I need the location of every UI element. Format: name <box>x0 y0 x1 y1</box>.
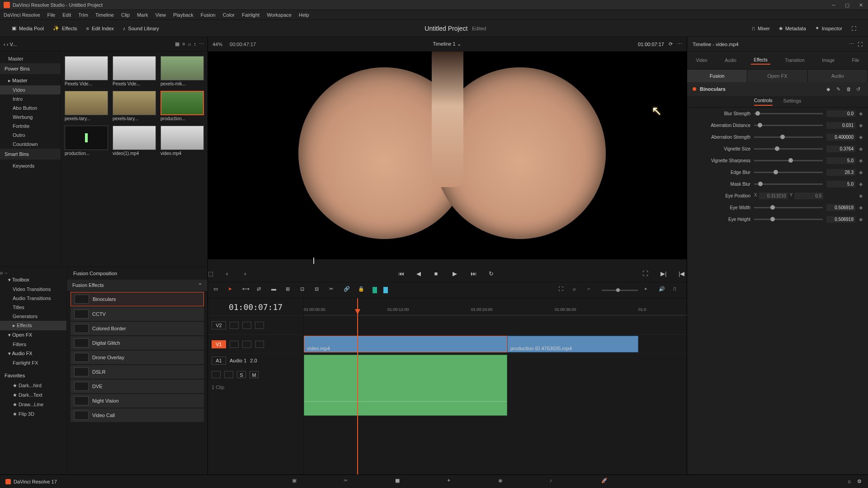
loop-button[interactable]: ↻ <box>489 270 497 278</box>
viewer-scrubber[interactable] <box>208 259 687 267</box>
menu-fairlight[interactable]: Fairlight <box>242 12 259 18</box>
subcontrol-controls[interactable]: Controls <box>754 98 773 106</box>
disable-track-icon[interactable] <box>255 322 264 329</box>
clip-thumb[interactable]: Pexels Vide... <box>113 56 156 86</box>
master-bin[interactable]: Master <box>0 54 61 63</box>
menu-davinci-resolve[interactable]: DaVinci Resolve <box>4 12 40 18</box>
menu-playback[interactable]: Playback <box>173 12 193 18</box>
param-slider[interactable] <box>754 148 823 150</box>
keyframe-icon[interactable]: ◆ <box>826 86 833 92</box>
detail-zoom-icon[interactable]: ⌕ <box>573 286 581 294</box>
bin-intro[interactable]: Intro <box>0 94 61 103</box>
bin-outro[interactable]: Outro <box>0 131 61 140</box>
clip-thumb[interactable]: Pexels Vide... <box>65 56 108 86</box>
keyframe-icon[interactable]: ◆ <box>859 205 863 211</box>
insert-icon[interactable]: ⊞ <box>286 286 294 294</box>
stop-button[interactable]: ■ <box>434 270 443 278</box>
inspector-tab-video[interactable]: Video <box>693 56 710 64</box>
customize-icon[interactable]: ⎍ <box>673 286 681 294</box>
auto-select-icon[interactable] <box>242 341 251 348</box>
clip-thumb[interactable]: pexels-tary... <box>65 91 108 121</box>
fx-video-call[interactable]: Video Call <box>71 408 204 422</box>
audiofx-item[interactable]: ▾ Audio FX <box>0 349 66 358</box>
viewer-canvas[interactable] <box>262 52 633 259</box>
inspector-tab-audio[interactable]: Audio <box>722 56 739 64</box>
param-slider[interactable] <box>754 113 823 114</box>
gear-icon[interactable]: ⚙ <box>857 479 862 484</box>
home-icon[interactable]: ⌂ <box>848 479 851 484</box>
fullscreen-icon[interactable]: ⛶ <box>642 270 651 278</box>
in-point-icon[interactable]: ▶| <box>660 270 669 278</box>
bin-video[interactable]: Video <box>0 85 61 94</box>
subcontrol-settings[interactable]: Settings <box>783 98 802 105</box>
param-x-value[interactable]: 0.313210 <box>759 192 788 199</box>
menu-trim[interactable]: Trim <box>78 12 88 18</box>
menu-mark[interactable]: Mark <box>137 12 148 18</box>
menu-fusion[interactable]: Fusion <box>201 12 216 18</box>
param-slider[interactable] <box>754 219 823 220</box>
menu-clip[interactable]: Clip <box>121 12 130 18</box>
fusion-page-icon[interactable]: ✦ <box>447 478 458 486</box>
flag-icon[interactable] <box>373 287 377 293</box>
search-icon[interactable]: ⌕ <box>0 270 3 275</box>
sound-library-button[interactable]: ♪Sound Library <box>118 24 164 33</box>
timeline-clip-video[interactable]: video.mp4 <box>304 336 507 352</box>
arm-icon[interactable] <box>224 371 233 378</box>
zoom-in-icon[interactable]: + <box>644 286 652 294</box>
param-slider[interactable] <box>754 172 823 173</box>
fx-night-vision[interactable]: Night Vision <box>71 394 204 408</box>
fav-item[interactable]: ★ Flip 3D <box>0 409 66 419</box>
param-y-value[interactable]: 0.5 <box>794 192 823 199</box>
keyframe-icon[interactable]: ◆ <box>859 111 863 117</box>
fusion-effects-header[interactable]: Fusion Effects⌃ <box>67 280 208 291</box>
settings-icon[interactable]: ✎ <box>836 86 843 92</box>
inspector-tab-effects[interactable]: Effects <box>751 56 770 65</box>
out-point-icon[interactable]: |◀ <box>679 270 687 278</box>
disable-track-icon[interactable] <box>255 341 264 348</box>
keyframe-icon[interactable]: ◆ <box>859 181 863 187</box>
first-frame-button[interactable]: ⏮ <box>398 270 406 278</box>
prev-edit-icon[interactable]: ‹ <box>226 270 234 278</box>
param-value[interactable]: 0.0 <box>826 110 855 117</box>
replace-icon[interactable]: ⊟ <box>315 286 323 294</box>
clip-thumb[interactable]: pexels-tary... <box>113 91 156 121</box>
last-frame-button[interactable]: ⏭ <box>471 270 479 278</box>
close-button[interactable]: ✕ <box>857 1 864 9</box>
zoom-out-icon[interactable]: − <box>587 286 595 294</box>
param-slider[interactable] <box>754 160 823 161</box>
reset-icon[interactable]: ↺ <box>856 86 863 92</box>
clip-thumb[interactable]: video.mp4 <box>160 126 204 156</box>
keyframe-icon[interactable]: ◆ <box>859 146 863 152</box>
grid-view-icon[interactable]: ▦ <box>175 41 179 47</box>
menu-file[interactable]: File <box>47 12 56 18</box>
clip-thumb[interactable]: production... <box>160 91 204 121</box>
deliver-page-icon[interactable]: 🚀 <box>601 478 612 486</box>
fav-item[interactable]: ★ Dark...hird <box>0 381 66 390</box>
fxtree-generators[interactable]: Generators <box>0 312 66 321</box>
openfx-item[interactable]: ▾ Open FX <box>0 330 66 340</box>
menu-timeline[interactable]: Timeline <box>95 12 114 18</box>
toolbox-item[interactable]: ▾ Toolbox <box>0 275 66 285</box>
pb-master[interactable]: ▸ Master <box>0 76 61 85</box>
param-value[interactable]: 0.506918 <box>826 204 855 211</box>
color-page-icon[interactable]: ◉ <box>498 478 509 486</box>
audio-icon[interactable]: 🔊 <box>659 286 667 294</box>
keyframe-icon[interactable]: ◆ <box>859 216 863 222</box>
maximize-button[interactable]: ▢ <box>844 1 851 9</box>
track-header-v1[interactable]: V1 <box>208 334 303 353</box>
menu-edit[interactable]: Edit <box>62 12 71 18</box>
solo-button[interactable]: S <box>237 371 246 378</box>
fx-binoculars[interactable]: Binoculars <box>71 292 204 306</box>
menu-color[interactable]: Color <box>223 12 235 18</box>
expand-icon[interactable]: ⛶ <box>858 42 863 47</box>
trim-tool-icon[interactable]: ⟷ <box>242 286 250 294</box>
overwrite-icon[interactable]: ⊡ <box>300 286 308 294</box>
viewer-zoom[interactable]: 44% <box>212 42 222 47</box>
subtab-audio[interactable]: Audio <box>808 70 868 82</box>
blade-tool-icon[interactable]: ▬ <box>271 286 279 294</box>
param-value[interactable]: 28.3 <box>826 169 855 176</box>
param-value[interactable]: 5.0 <box>826 157 855 164</box>
fxtree-effects[interactable]: ▸ Effects <box>0 321 66 330</box>
track-v2[interactable] <box>304 315 687 334</box>
play-button[interactable]: ▶ <box>453 270 461 278</box>
